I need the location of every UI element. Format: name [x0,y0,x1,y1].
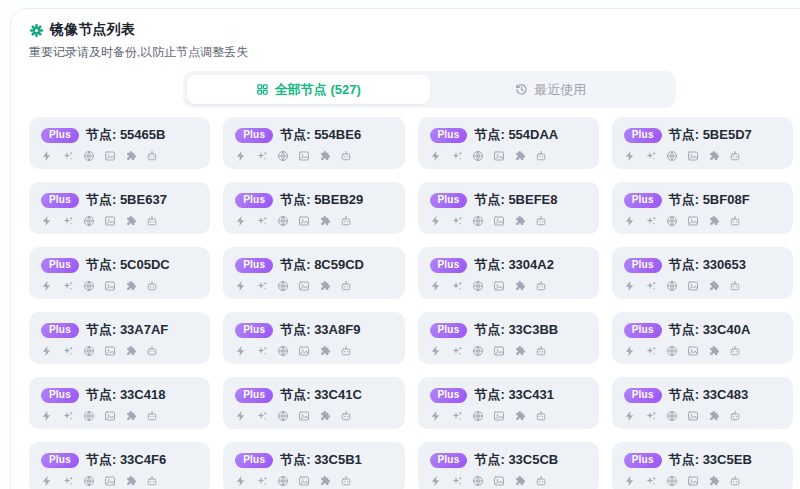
robot-icon [729,215,741,227]
node-prefix: 节点: [474,127,504,142]
bolt-icon [41,345,53,357]
puzzle-icon [708,410,720,422]
bolt-icon [624,410,636,422]
puzzle-icon [319,475,331,487]
node-card[interactable]: Plus 节点: 55465B [29,117,210,169]
image-icon [493,215,505,227]
plus-badge: Plus [430,323,468,338]
node-card[interactable]: Plus 节点: 33C5B1 [223,442,404,489]
node-card-header: Plus 节点: 554DAA [430,126,587,144]
node-card-header: Plus 节点: 330653 [624,256,781,274]
capability-icon-row [235,280,392,292]
tab-all-nodes[interactable]: 全部节点 (527) [187,75,430,104]
puzzle-icon [514,475,526,487]
robot-icon [340,475,352,487]
node-prefix: 节点: [86,387,116,402]
node-card[interactable]: Plus 节点: 33A7AF [29,312,210,364]
sparkles-icon [451,475,463,487]
sparkles-icon [62,280,74,292]
globe-icon [83,345,95,357]
plus-badge: Plus [235,258,273,273]
node-card[interactable]: Plus 节点: 5BE5D7 [612,117,793,169]
node-card[interactable]: Plus 节点: 330653 [612,247,793,299]
history-clock-icon [515,83,528,96]
node-card[interactable]: Plus 节点: 5BEFE8 [418,182,599,234]
node-card[interactable]: Plus 节点: 33C5CB [418,442,599,489]
bolt-icon [41,150,53,162]
sparkles-icon [62,150,74,162]
sparkles-icon [645,475,657,487]
node-code: 33C418 [120,387,166,402]
capability-icon-row [430,150,587,162]
node-card[interactable]: Plus 节点: 5C05DC [29,247,210,299]
bolt-icon [624,215,636,227]
node-card-header: Plus 节点: 33C5EB [624,451,781,469]
node-label: 节点: 554BE6 [280,126,361,144]
node-card[interactable]: Plus 节点: 33C3BB [418,312,599,364]
globe-icon [277,475,289,487]
sparkles-icon [256,475,268,487]
robot-icon [146,280,158,292]
robot-icon [340,280,352,292]
node-label: 节点: 5BE5D7 [669,126,752,144]
node-card[interactable]: Plus 节点: 33A8F9 [223,312,404,364]
tab-all-nodes-label: 全部节点 (527) [275,81,361,99]
node-label: 节点: 33C5B1 [280,451,362,469]
node-card[interactable]: Plus 节点: 33C418 [29,377,210,429]
node-card[interactable]: Plus 节点: 33C5EB [612,442,793,489]
node-prefix: 节点: [669,257,699,272]
robot-icon [340,345,352,357]
image-icon [687,150,699,162]
node-card[interactable]: Plus 节点: 8C59CD [223,247,404,299]
node-card[interactable]: Plus 节点: 3304A2 [418,247,599,299]
sparkles-icon [451,345,463,357]
sparkles-icon [451,280,463,292]
node-card-header: Plus 节点: 5BE637 [41,191,198,209]
puzzle-icon [514,410,526,422]
node-code: 33C483 [703,387,749,402]
node-card[interactable]: Plus 节点: 5BF08F [612,182,793,234]
robot-icon [729,345,741,357]
puzzle-icon [708,475,720,487]
node-card-header: Plus 节点: 5BF08F [624,191,781,209]
image-icon [298,410,310,422]
capability-icon-row [430,215,587,227]
brand-flower-icon [29,23,44,38]
bolt-icon [430,475,442,487]
node-code: 554BE6 [314,127,361,142]
plus-badge: Plus [41,323,79,338]
node-card[interactable]: Plus 节点: 5BE637 [29,182,210,234]
capability-icon-row [41,215,198,227]
bolt-icon [430,215,442,227]
node-card[interactable]: Plus 节点: 554BE6 [223,117,404,169]
node-prefix: 节点: [474,192,504,207]
robot-icon [729,475,741,487]
node-card[interactable]: Plus 节点: 33C40A [612,312,793,364]
globe-icon [83,280,95,292]
node-card[interactable]: Plus 节点: 33C41C [223,377,404,429]
node-card[interactable]: Plus 节点: 33C431 [418,377,599,429]
panel-header: 镜像节点列表 [29,21,800,39]
node-card[interactable]: Plus 节点: 554DAA [418,117,599,169]
node-card[interactable]: Plus 节点: 5BEB29 [223,182,404,234]
node-prefix: 节点: [474,452,504,467]
globe-icon [472,345,484,357]
sparkles-icon [645,215,657,227]
plus-badge: Plus [41,388,79,403]
node-card-header: Plus 节点: 3304A2 [430,256,587,274]
node-prefix: 节点: [280,322,310,337]
puzzle-icon [708,345,720,357]
globe-icon [666,280,678,292]
tab-recently-used-label: 最近使用 [534,81,586,99]
node-card[interactable]: Plus 节点: 33C483 [612,377,793,429]
image-icon [493,345,505,357]
node-card-header: Plus 节点: 5C05DC [41,256,198,274]
node-code: 5BF08F [703,192,750,207]
plus-badge: Plus [430,453,468,468]
tab-recently-used[interactable]: 最近使用 [430,75,673,104]
node-label: 节点: 5BEB29 [280,191,363,209]
bolt-icon [624,475,636,487]
sparkles-icon [62,475,74,487]
node-card[interactable]: Plus 节点: 33C4F6 [29,442,210,489]
node-label: 节点: 554DAA [474,126,558,144]
